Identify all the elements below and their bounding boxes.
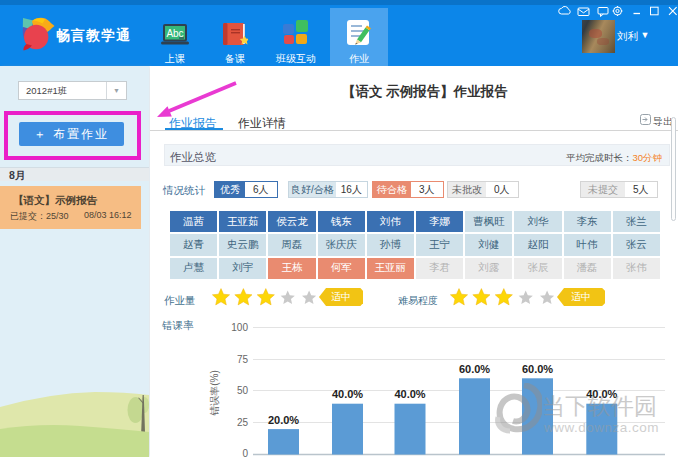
svg-text:40.0%: 40.0% bbox=[332, 388, 363, 400]
svg-text:50: 50 bbox=[237, 385, 249, 396]
svg-text:60.0%: 60.0% bbox=[459, 363, 490, 375]
svg-text:Abc: Abc bbox=[166, 28, 183, 39]
svg-text:40.0%: 40.0% bbox=[394, 388, 425, 400]
svg-text:100: 100 bbox=[231, 322, 248, 333]
svg-text:75: 75 bbox=[237, 354, 249, 365]
svg-text:错误率(%): 错误率(%) bbox=[209, 370, 220, 416]
svg-text:25: 25 bbox=[237, 417, 249, 428]
svg-text:20.0%: 20.0% bbox=[268, 414, 299, 426]
svg-text:0: 0 bbox=[242, 448, 248, 457]
svg-text:60.0%: 60.0% bbox=[522, 363, 553, 375]
